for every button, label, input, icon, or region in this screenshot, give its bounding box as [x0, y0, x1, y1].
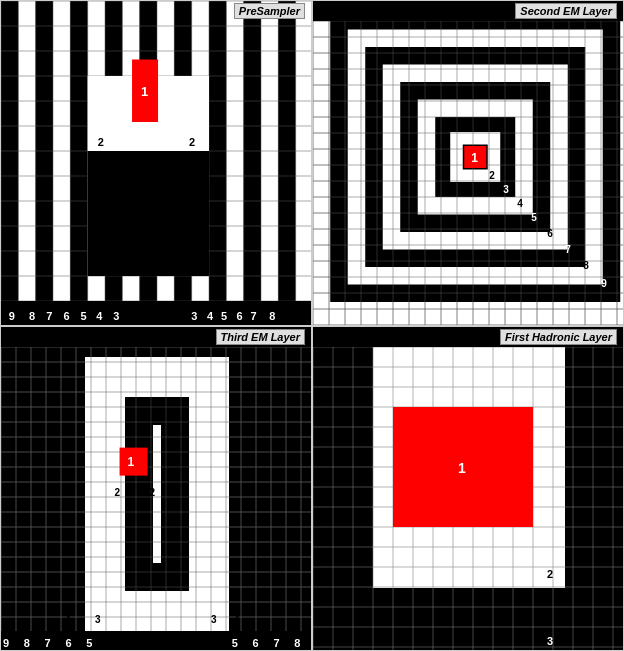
panel-third-em: Third EM Layer	[0, 326, 312, 652]
first-hadronic-title: First Hadronic Layer	[500, 329, 617, 345]
panel-first-hadronic: First Hadronic Layer	[312, 326, 624, 652]
panel-second-em: Second EM Layer	[312, 0, 624, 326]
second-em-title: Second EM Layer	[515, 3, 617, 19]
panel-presampler: PreSampler	[0, 0, 312, 326]
third-em-title: Third EM Layer	[216, 329, 305, 345]
main-grid: PreSampler Second EM Layer Third EM Laye…	[0, 0, 624, 651]
presampler-title: PreSampler	[234, 3, 305, 19]
